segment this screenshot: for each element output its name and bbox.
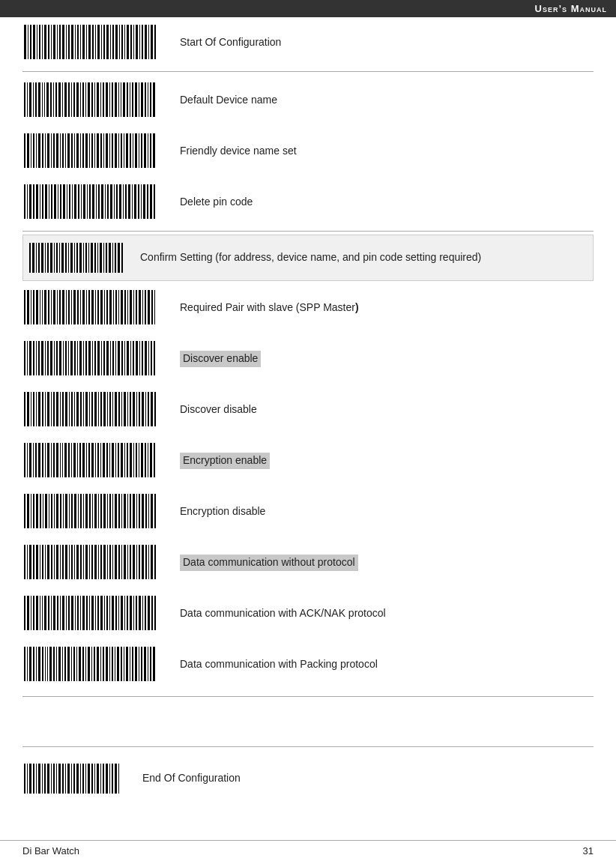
svg-rect-59 <box>64 82 67 117</box>
svg-rect-2 <box>30 25 31 59</box>
svg-rect-121 <box>115 133 117 168</box>
svg-rect-206 <box>109 243 111 273</box>
svg-rect-353 <box>45 443 46 477</box>
divider-after-start <box>22 71 594 72</box>
svg-rect-597 <box>100 764 101 794</box>
svg-rect-5 <box>39 25 40 59</box>
svg-rect-504 <box>91 596 94 630</box>
svg-rect-213 <box>31 290 31 324</box>
svg-rect-389 <box>150 443 152 477</box>
svg-rect-246 <box>127 290 128 324</box>
svg-rect-285 <box>110 341 111 375</box>
svg-rect-237 <box>100 290 103 324</box>
start-config-row: Start Of Configuration <box>22 17 594 68</box>
svg-rect-584 <box>62 764 64 794</box>
svg-rect-553 <box>103 647 104 681</box>
svg-rect-440 <box>36 545 38 579</box>
svg-rect-174 <box>141 184 142 219</box>
svg-rect-407 <box>71 494 73 528</box>
svg-rect-134 <box>153 133 155 168</box>
svg-rect-413 <box>89 494 91 528</box>
svg-rect-232 <box>86 290 87 324</box>
svg-rect-110 <box>82 133 84 168</box>
svg-rect-352 <box>42 443 43 477</box>
svg-rect-271 <box>68 341 69 375</box>
confirm-setting-barcode <box>28 241 125 274</box>
encryption-enable-label: Encryption enable <box>180 453 594 469</box>
svg-rect-601 <box>112 764 113 794</box>
svg-rect-331 <box>112 392 113 426</box>
svg-rect-6 <box>42 25 43 59</box>
svg-rect-269 <box>63 341 64 375</box>
svg-rect-376 <box>112 443 114 477</box>
data-comm-no-protocol-label: Data communication without protocol <box>180 555 594 571</box>
svg-rect-228 <box>73 290 76 324</box>
svg-rect-56 <box>55 82 57 117</box>
svg-rect-436 <box>24 545 25 579</box>
svg-rect-275 <box>79 341 82 375</box>
svg-rect-104 <box>65 133 66 168</box>
svg-rect-530 <box>36 647 37 681</box>
svg-rect-495 <box>66 596 67 630</box>
svg-rect-335 <box>124 392 126 426</box>
svg-rect-441 <box>40 545 40 579</box>
svg-rect-193 <box>70 243 73 273</box>
svg-rect-37 <box>133 25 134 59</box>
svg-rect-241 <box>113 290 114 324</box>
svg-rect-595 <box>94 764 95 794</box>
svg-rect-136 <box>27 184 28 219</box>
svg-rect-482 <box>27 596 29 630</box>
svg-rect-204 <box>103 243 104 273</box>
svg-rect-505 <box>95 596 96 630</box>
svg-rect-410 <box>80 494 82 528</box>
svg-rect-162 <box>105 184 106 219</box>
svg-rect-69 <box>94 82 95 117</box>
svg-rect-375 <box>109 443 110 477</box>
svg-rect-578 <box>44 764 46 794</box>
svg-rect-465 <box>109 545 111 579</box>
svg-rect-55 <box>53 82 54 117</box>
svg-rect-357 <box>56 443 58 477</box>
svg-rect-454 <box>76 545 79 579</box>
svg-rect-14 <box>66 25 67 59</box>
svg-rect-243 <box>118 290 119 324</box>
svg-rect-337 <box>130 392 131 426</box>
svg-rect-544 <box>76 647 77 681</box>
svg-rect-268 <box>59 341 61 375</box>
confirm-setting-label: Confirm Setting (for address, device nam… <box>140 250 588 265</box>
encryption-enable-row: Encryption enable <box>22 435 594 486</box>
svg-rect-487 <box>42 596 43 630</box>
svg-rect-223 <box>59 290 61 324</box>
svg-rect-143 <box>49 184 49 219</box>
svg-rect-590 <box>80 764 81 794</box>
required-pair-label: Required Pair with slave (SPP Master) <box>180 300 594 315</box>
svg-rect-557 <box>115 647 115 681</box>
svg-rect-205 <box>106 243 107 273</box>
svg-rect-49 <box>35 82 37 117</box>
svg-rect-424 <box>121 494 122 528</box>
svg-rect-279 <box>92 341 93 375</box>
page-footer: Di Bar Watch 31 <box>0 840 616 861</box>
svg-rect-18 <box>77 25 79 59</box>
svg-rect-593 <box>88 764 90 794</box>
svg-rect-107 <box>74 133 75 168</box>
svg-rect-266 <box>54 341 55 375</box>
svg-rect-175 <box>143 184 145 219</box>
svg-rect-73 <box>106 82 108 117</box>
svg-rect-194 <box>74 243 75 273</box>
svg-rect-297 <box>145 341 147 375</box>
svg-rect-341 <box>142 392 144 426</box>
svg-rect-423 <box>118 494 120 528</box>
svg-rect-447 <box>56 545 58 579</box>
svg-rect-99 <box>51 133 52 168</box>
svg-rect-28 <box>106 25 109 59</box>
svg-rect-602 <box>115 764 117 794</box>
svg-rect-496 <box>68 596 70 630</box>
svg-rect-215 <box>36 290 38 324</box>
svg-rect-347 <box>27 443 28 477</box>
svg-rect-348 <box>29 443 31 477</box>
svg-rect-592 <box>85 764 86 794</box>
svg-rect-377 <box>115 443 116 477</box>
svg-rect-577 <box>42 764 43 794</box>
svg-rect-280 <box>94 341 96 375</box>
